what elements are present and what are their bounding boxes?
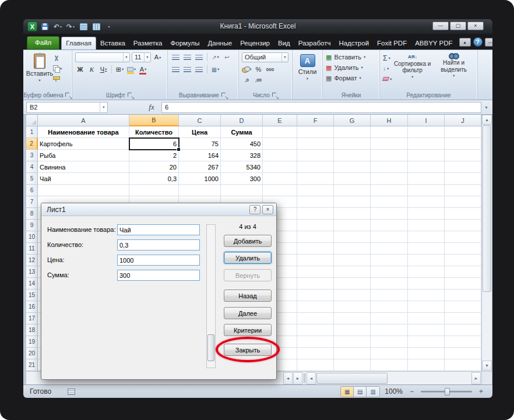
grow-font-button[interactable]: А▴ (153, 52, 163, 62)
form-button-close[interactable]: Закрыть (224, 344, 272, 356)
number-format-combobox[interactable]: Общий▾ (242, 52, 288, 62)
cell-J18[interactable] (445, 324, 481, 336)
cell-I7[interactable] (408, 196, 445, 208)
cell-A4[interactable]: Свинина (38, 161, 129, 173)
cell-F17[interactable] (297, 313, 334, 324)
view-page-break-button[interactable]: ▥ (367, 387, 379, 397)
cell-H2[interactable] (371, 138, 408, 150)
cell-F21[interactable] (297, 359, 334, 371)
zoom-in-button[interactable]: + (477, 387, 485, 396)
cell-J17[interactable] (445, 313, 481, 324)
undo-button[interactable]: ↶▾ (52, 22, 63, 32)
row-header-6[interactable]: 6 (26, 185, 38, 196)
cell-I1[interactable] (408, 126, 445, 138)
cell-J16[interactable] (445, 301, 481, 313)
cell-G2[interactable] (334, 138, 371, 150)
increase-decimal-button[interactable]: ,0 (242, 75, 252, 84)
cell-F7[interactable] (297, 196, 334, 208)
form-input-quantity[interactable] (117, 239, 200, 250)
cell-A3[interactable]: Рыба (38, 150, 129, 161)
cell-G1[interactable] (334, 126, 371, 138)
merge-center-button[interactable]: ▦▾ (210, 65, 220, 74)
cell-E2[interactable] (263, 138, 297, 150)
cell-C2[interactable]: 75 (179, 138, 221, 150)
row-header-17[interactable]: 17 (26, 313, 38, 324)
ribbon-tab-data[interactable]: Данные (204, 37, 237, 50)
row-header-3[interactable]: 3 (26, 150, 38, 161)
cell-D2[interactable]: 450 (221, 138, 263, 150)
form-button-next[interactable]: Далее (224, 307, 272, 319)
horizontal-scrollbar-thumb[interactable] (316, 373, 388, 384)
macro-record-icon[interactable] (68, 389, 75, 395)
row-header-18[interactable]: 18 (26, 324, 38, 336)
ribbon-tab-page-layout[interactable]: Разметка (129, 37, 167, 50)
orientation-button[interactable]: ↗▾ (210, 52, 220, 62)
column-header-I[interactable]: I (408, 115, 445, 126)
cell-G4[interactable] (334, 161, 371, 173)
insert-cells-button[interactable]: ▦Вставить▾ (326, 52, 376, 62)
cell-F8[interactable] (297, 208, 334, 220)
sort-filter-button[interactable]: АЯ↓ Сортировка и фильтр ▾ (392, 52, 433, 83)
cell-C4[interactable]: 267 (179, 161, 221, 173)
form-button-back[interactable]: Назад (224, 290, 272, 302)
name-box[interactable]: B2 ▾ (26, 102, 108, 113)
scroll-left-button[interactable]: ◄ (307, 372, 316, 384)
autosum-button[interactable]: Σ▾ (383, 54, 392, 62)
help-button[interactable]: ? (473, 37, 483, 47)
cell-F13[interactable] (297, 266, 334, 278)
cell-H17[interactable] (371, 313, 408, 324)
cell-I10[interactable] (408, 231, 445, 243)
row-header-11[interactable]: 11 (26, 243, 38, 255)
cell-J6[interactable] (445, 185, 481, 196)
cell-H8[interactable] (371, 208, 408, 220)
cell-H10[interactable] (371, 231, 408, 243)
form-button-add[interactable]: Добавить (224, 235, 272, 247)
cell-F10[interactable] (297, 231, 334, 243)
cell-H3[interactable] (371, 150, 408, 161)
cell-E5[interactable] (263, 173, 297, 185)
save-button[interactable] (40, 22, 50, 32)
ribbon-tab-file[interactable]: Файл (27, 36, 59, 50)
cell-J9[interactable] (445, 220, 481, 231)
cell-H1[interactable] (371, 126, 408, 138)
row-header-13[interactable]: 13 (26, 266, 38, 278)
cell-F14[interactable] (297, 278, 334, 290)
font-name-combobox[interactable]: ▾ (75, 52, 130, 62)
cell-E4[interactable] (263, 161, 297, 173)
cell-I14[interactable] (408, 278, 445, 290)
form-button-criteria[interactable]: Критерии (224, 324, 272, 336)
zoom-slider-thumb[interactable] (445, 388, 450, 396)
cell-B3[interactable]: 2 (129, 150, 179, 161)
cell-F5[interactable] (297, 173, 334, 185)
cell-B1[interactable]: Количество (129, 126, 179, 138)
workbook-minimize-button[interactable]: — (485, 38, 492, 47)
cell-H14[interactable] (371, 278, 408, 290)
ribbon-tab-review[interactable]: Рецензир (236, 37, 274, 50)
cell-G19[interactable] (334, 336, 371, 348)
cell-C1[interactable]: Цена (179, 126, 221, 138)
format-painter-button[interactable] (53, 75, 62, 82)
cell-J15[interactable] (445, 290, 481, 301)
cell-D4[interactable]: 5340 (221, 161, 263, 173)
cell-H19[interactable] (371, 336, 408, 348)
cell-D5[interactable]: 300 (221, 173, 263, 185)
cell-G15[interactable] (334, 290, 371, 301)
bold-button[interactable]: Ж (75, 65, 85, 74)
copy-button[interactable]: ▾ (53, 65, 62, 72)
cell-B6[interactable] (129, 185, 179, 196)
row-header-15[interactable]: 15 (26, 290, 38, 301)
form-button-restore[interactable]: Вернуть (224, 269, 272, 281)
vertical-scrollbar[interactable]: ▲ ▼ (481, 115, 492, 371)
cell-A6[interactable] (38, 185, 129, 196)
dialog-close-button[interactable]: × (262, 205, 273, 214)
font-size-combobox[interactable]: 11▾ (132, 52, 151, 62)
cell-H4[interactable] (371, 161, 408, 173)
cell-J5[interactable] (445, 173, 481, 185)
column-header-H[interactable]: H (371, 115, 408, 126)
cell-J14[interactable] (445, 278, 481, 290)
expand-formula-bar-button[interactable]: ▾ (481, 105, 491, 110)
cell-J2[interactable] (445, 138, 481, 150)
cell-F6[interactable] (297, 185, 334, 196)
cell-E1[interactable] (263, 126, 297, 138)
cell-G10[interactable] (334, 231, 371, 243)
